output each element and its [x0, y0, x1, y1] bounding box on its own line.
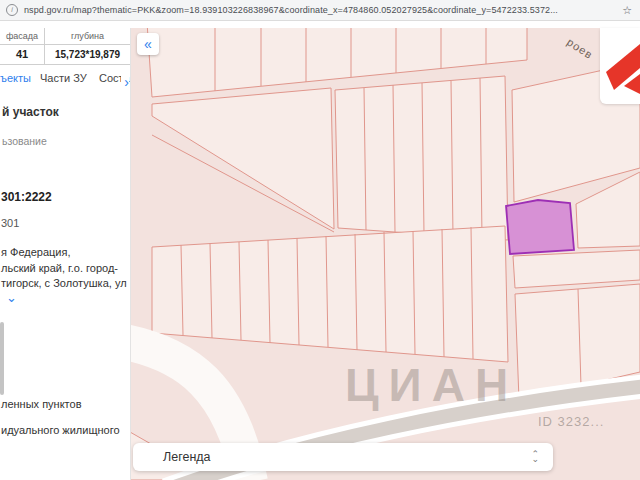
tabs-scroll-right-icon[interactable]: ›	[121, 74, 129, 90]
address-line: тигорск, с Золотушка, ул	[1, 276, 127, 292]
map-canvas[interactable]: роев	[130, 28, 640, 480]
table-value-depth: 15,723*19,879	[45, 45, 130, 64]
legend-toggle[interactable]: Легенда ⌃ ⌄	[133, 443, 553, 471]
legend-expand-icon: ⌃ ⌄	[531, 452, 539, 462]
site-info-icon[interactable]: i	[6, 4, 18, 16]
cadastral-number: 301:2222	[1, 190, 52, 204]
address-line: я Федерация,	[1, 245, 127, 261]
table-header-facade: фасада	[0, 28, 45, 45]
address-block: я Федерация, льский край, г.о. город- ти…	[1, 245, 127, 292]
selected-parcel[interactable]	[506, 200, 574, 254]
panel-scrollbar[interactable]	[0, 322, 4, 395]
object-title: й участок	[2, 105, 59, 119]
logo-fragment	[600, 28, 640, 104]
collapse-panel-button[interactable]: «	[137, 33, 159, 55]
quarter-number: 301	[1, 217, 19, 229]
street-name-label: роев	[565, 36, 595, 61]
table-value-facade: 41	[0, 45, 45, 64]
dimensions-table: фасада глубина 41 15,723*19,879	[0, 28, 130, 65]
panel-tabs: ъекты Части ЗУ Соста	[0, 72, 130, 94]
legend-label: Легенда	[163, 450, 211, 464]
tab-objects[interactable]: ъекты	[0, 72, 31, 84]
land-category: ленных пунктов	[1, 398, 82, 410]
info-panel: фасада глубина 41 15,723*19,879 ъекты Ча…	[0, 28, 131, 480]
bookmark-star-icon[interactable]: ☆	[622, 4, 632, 17]
tab-zu-parts[interactable]: Части ЗУ	[40, 72, 87, 84]
browser-address-bar[interactable]: i nspd.gov.ru/map?thematic=PKK&zoom=18.9…	[0, 0, 640, 21]
usage-label: ьзование	[2, 135, 47, 147]
url-text[interactable]: nspd.gov.ru/map?thematic=PKK&zoom=18.939…	[24, 5, 616, 15]
address-line: льский край, г.о. город-	[1, 261, 127, 277]
permitted-use: идуального жилищного	[1, 424, 120, 436]
expand-address-chevron-icon[interactable]: ⌄	[6, 290, 17, 305]
table-header-depth: глубина	[45, 28, 130, 45]
